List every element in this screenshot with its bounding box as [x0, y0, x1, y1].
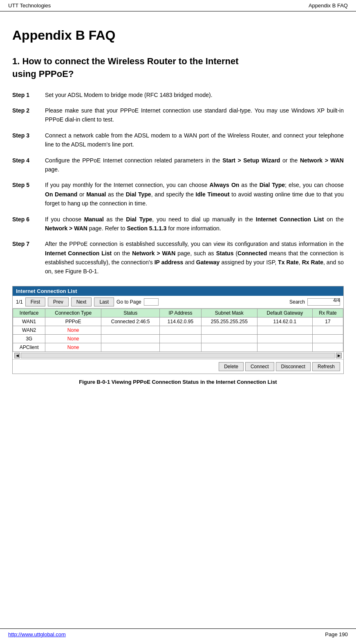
table-cell: PPPoE: [45, 317, 101, 326]
table-row: WAN1PPPoEConnected 2:46:5114.62.0.95255.…: [13, 317, 343, 326]
table-cell: 3G: [13, 334, 45, 343]
figure-title-bar: Internet Connection List: [13, 286, 343, 296]
scroll-left-btn[interactable]: ◀: [14, 353, 20, 358]
table-cell: Connected 2:46:5: [101, 317, 160, 326]
step-content-1: Set your ADSL Modem to bridge mode (RFC …: [45, 90, 344, 99]
steps-container: Step 1Set your ADSL Modem to bridge mode…: [12, 90, 344, 276]
pagination-row: 1/1 First Prev Next Last Go to Page Sear…: [13, 296, 343, 308]
table-cell: [257, 326, 312, 334]
prev-button[interactable]: Prev: [48, 297, 69, 306]
step-label-5: Step 5: [12, 180, 45, 208]
figure-caption: Figure B-0-1 Viewing PPPoE Connection St…: [12, 379, 344, 385]
col-ip: IP Address: [160, 308, 202, 317]
figure-title: Internet Connection List: [16, 288, 77, 294]
section-heading-line1: 1. How to connect the Wireless Router to…: [12, 56, 239, 66]
connect-button[interactable]: Connect: [245, 362, 274, 371]
table-cell: [101, 326, 160, 334]
scrollbar-track[interactable]: [21, 353, 335, 358]
pagination-left: 1/1 First Prev Next Last Go to Page: [16, 297, 159, 306]
col-gateway: Default Gateway: [257, 308, 312, 317]
col-interface: Interface: [13, 308, 45, 317]
table-cell: WAN1: [13, 317, 45, 326]
table-row: 3GNone: [13, 334, 343, 343]
step-label-3: Step 3: [12, 131, 45, 149]
step-4: Step 4Configure the PPPoE Internet conne…: [12, 156, 344, 174]
step-content-5: If you pay monthly for the Internet conn…: [45, 180, 344, 208]
table-cell: [101, 334, 160, 343]
page-count: 4/4: [333, 297, 340, 303]
table-cell: None: [45, 334, 101, 343]
section-heading: 1. How to connect the Wireless Router to…: [12, 55, 344, 81]
table-cell: [160, 334, 202, 343]
table-cell: [201, 326, 257, 334]
step-5: Step 5If you pay monthly for the Interne…: [12, 180, 344, 208]
search-label: Search: [289, 299, 305, 305]
table-cell: APClient: [13, 343, 45, 351]
step-content-7: After the PPPoE connection is establishe…: [45, 239, 344, 276]
table-cell: [160, 343, 202, 351]
section-heading-line2: using PPPoE?: [12, 69, 74, 79]
step-1: Step 1Set your ADSL Modem to bridge mode…: [12, 90, 344, 99]
table-cell: None: [45, 326, 101, 334]
pagination-right: Search: [289, 298, 340, 306]
first-button[interactable]: First: [25, 297, 45, 306]
header-right: Appendix B FAQ: [309, 2, 348, 9]
action-buttons: Delete Connect Disconnect Refresh: [13, 360, 343, 374]
step-content-3: Connect a network cable from the ADSL mo…: [45, 131, 344, 149]
table-cell: 255.255.255.255: [201, 317, 257, 326]
table-cell: [160, 326, 202, 334]
page-title: Appendix B FAQ: [12, 28, 344, 43]
step-2: Step 2Please make sure that your PPPoE I…: [12, 106, 344, 124]
table-cell: [313, 334, 343, 343]
table-cell: [201, 343, 257, 351]
connection-table: Interface Connection Type Status IP Addr…: [13, 308, 343, 352]
col-rxrate: Rx Rate: [313, 308, 343, 317]
table-cell: None: [45, 343, 101, 351]
step-label-2: Step 2: [12, 106, 45, 124]
refresh-button[interactable]: Refresh: [312, 362, 340, 371]
goto-input[interactable]: [144, 298, 159, 306]
table-cell: 17: [313, 317, 343, 326]
header-left: UTT Technologies: [8, 2, 51, 9]
step-content-6: If you choose Manual as the Dial Type, y…: [45, 215, 344, 233]
figure-container: Internet Connection List 1/1 First Prev …: [12, 286, 344, 374]
disconnect-button[interactable]: Disconnect: [276, 362, 311, 371]
table-row: APClientNone: [13, 343, 343, 351]
next-button[interactable]: Next: [71, 297, 92, 306]
step-7: Step 7After the PPPoE connection is esta…: [12, 239, 344, 276]
table-cell: [313, 326, 343, 334]
col-status: Status: [101, 308, 160, 317]
goto-label: Go to Page: [116, 299, 141, 305]
step-label-6: Step 6: [12, 215, 45, 233]
col-conntype: Connection Type: [45, 308, 101, 317]
step-label-7: Step 7: [12, 239, 45, 276]
last-button[interactable]: Last: [94, 297, 114, 306]
step-label-4: Step 4: [12, 156, 45, 174]
table-cell: [101, 343, 160, 351]
table-cell: WAN2: [13, 326, 45, 334]
table-cell: 114.62.0.1: [257, 317, 312, 326]
table-body: WAN1PPPoEConnected 2:46:5114.62.0.95255.…: [13, 317, 343, 351]
table-cell: [257, 343, 312, 351]
table-cell: [313, 343, 343, 351]
delete-button[interactable]: Delete: [219, 362, 244, 371]
table-cell: 114.62.0.95: [160, 317, 202, 326]
table-wrapper: Interface Connection Type Status IP Addr…: [13, 308, 343, 352]
page-footer: http://www.uttglobal.com Page 190: [0, 628, 356, 640]
footer-link[interactable]: http://www.uttglobal.com: [8, 631, 66, 637]
step-6: Step 6If you choose Manual as the Dial T…: [12, 215, 344, 233]
step-label-1: Step 1: [12, 90, 45, 99]
table-row: WAN2None: [13, 326, 343, 334]
footer-page-number: Page 190: [325, 631, 348, 637]
page-header: UTT Technologies Appendix B FAQ: [0, 0, 356, 11]
col-subnet: Subnet Mask: [201, 308, 257, 317]
scrollbar-row: ◀ ▶: [13, 352, 343, 360]
page-current: 1/1: [16, 299, 23, 305]
step-content-4: Configure the PPPoE Internet connection …: [45, 156, 344, 174]
table-cell: [201, 334, 257, 343]
step-3: Step 3Connect a network cable from the A…: [12, 131, 344, 149]
step-content-2: Please make sure that your PPPoE Interne…: [45, 106, 344, 124]
table-cell: [257, 334, 312, 343]
scroll-right-btn[interactable]: ▶: [336, 353, 342, 358]
main-content: Appendix B FAQ 1. How to connect the Wir…: [0, 11, 356, 422]
